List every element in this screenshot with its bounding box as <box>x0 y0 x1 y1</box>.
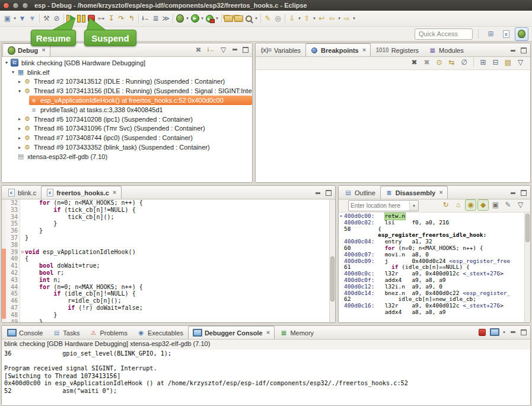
view-menu-button[interactable]: ▽ <box>515 58 525 68</box>
tab-blink-c[interactable]: blink.c <box>2 186 41 199</box>
minimize-button[interactable] <box>509 46 517 55</box>
tree-expander-icon[interactable]: ▾ <box>17 88 23 94</box>
close-tab-icon[interactable]: ✕ <box>362 47 367 53</box>
tree-expander-icon[interactable]: ▸ <box>17 126 23 131</box>
close-tab-icon[interactable]: ✕ <box>113 190 117 195</box>
back-button[interactable]: ⇦ <box>327 14 337 24</box>
open-resource-button[interactable] <box>234 14 244 24</box>
minimize-button[interactable] <box>314 189 322 197</box>
tree-expander-icon[interactable]: ▾ <box>4 60 9 65</box>
tab-tasks[interactable]: ▤Tasks <box>47 326 84 339</box>
step-return-button[interactable]: ↰ <box>126 14 136 24</box>
suspend-button[interactable] <box>76 14 86 24</box>
disassembly-area[interactable]: ▸400d0c00: retw.n 400d0c02: lsi f0, a0, … <box>339 212 530 322</box>
window-close-button[interactable] <box>3 2 9 9</box>
debug-tree-item[interactable]: ▾⚙Thread #3 1073413156 (IDLE : Running) … <box>2 86 252 96</box>
new-wizard-button[interactable]: ▣ <box>2 14 12 24</box>
refresh-view-button[interactable]: ↻ <box>441 200 451 210</box>
tab-problems[interactable]: ⚠Problems <box>84 326 132 339</box>
tab-console[interactable]: Console <box>2 326 47 339</box>
next-annotation-menu[interactable]: ▾ <box>297 14 302 24</box>
console-list-menu[interactable]: ▾ <box>502 327 506 337</box>
tree-expander-icon[interactable]: ▾ <box>10 69 16 75</box>
minimize-button[interactable] <box>509 328 517 337</box>
sync-with-active-context-button[interactable]: ◉ <box>466 200 476 210</box>
tab-freertos-hooks-c[interactable]: freertos_hooks.c✕ <box>41 186 121 199</box>
search-button[interactable] <box>244 14 254 24</box>
remove-all-terminated-button[interactable]: ✖ <box>193 45 203 55</box>
debug-tree-item[interactable]: ▾▦blink.elf <box>2 68 252 77</box>
next-annotation-button[interactable]: ⇩ <box>287 14 297 24</box>
debug-tree-item[interactable]: ▸⚙Thread #6 1073431096 (Tmr Svc) (Suspen… <box>2 124 252 134</box>
show-source-button[interactable]: ◆ <box>478 200 488 210</box>
debug-tree-item[interactable]: ≡prvIdleTask() at tasks.c:3,338 0x400845… <box>2 105 252 115</box>
view-menu-button[interactable]: ▽ <box>515 200 525 210</box>
save-button[interactable]: ▼ <box>17 14 27 24</box>
close-tab-icon[interactable]: ✕ <box>42 47 46 53</box>
previous-annotation-menu[interactable]: ▾ <box>312 14 317 24</box>
build-button[interactable]: ⚒ <box>42 14 52 24</box>
sash-horizontal-mid[interactable] <box>1 183 531 185</box>
debug-tree-item[interactable]: ▸⚙Thread #2 1073413512 (IDLE : Running) … <box>2 77 252 87</box>
external-tools-menu[interactable]: ▾ <box>215 14 219 24</box>
tree-expander-icon[interactable]: ▸ <box>17 145 23 150</box>
tab-outline[interactable]: ▤Outline <box>339 186 380 199</box>
sash-horizontal-bottom[interactable] <box>1 323 531 325</box>
step-into-button[interactable]: ↧ <box>106 14 116 24</box>
location-input[interactable] <box>349 202 409 209</box>
debug-tree-item[interactable]: ▸⚙Thread #9 1073433352 (blink_task) (Sus… <box>2 142 252 152</box>
maximize-button[interactable] <box>520 46 528 55</box>
expand-all-button[interactable]: ⊞ <box>478 58 488 68</box>
maximize-button[interactable] <box>520 189 528 197</box>
console-output-area[interactable]: 36 gpio_set_level(BLINK_GPIO, 1); Progra… <box>2 350 530 405</box>
tab-memory[interactable]: ▦Memory <box>275 326 318 339</box>
terminate-console-button[interactable] <box>477 327 487 337</box>
editor-scrollbar[interactable] <box>329 199 335 322</box>
tree-expander-icon[interactable]: ▸ <box>17 135 23 141</box>
mark-occurrences-button[interactable]: ✎ <box>263 14 273 24</box>
run-menu[interactable]: ▾ <box>200 14 205 24</box>
open-element-button[interactable] <box>224 14 234 24</box>
debug-tree-item[interactable]: ▸⚙Thread #7 1073408744 (ipc0) (Suspended… <box>2 133 252 142</box>
tab-debugger-console[interactable]: Debugger Console✕ <box>188 326 275 339</box>
deactivate-breakpoints-button[interactable]: ∅ <box>459 58 469 68</box>
link-with-debug-view-button[interactable]: ⇆ <box>447 58 457 68</box>
minimize-button[interactable] <box>509 189 517 197</box>
tab-registers[interactable]: 1010Registers <box>371 43 423 56</box>
previous-annotation-button[interactable]: ⇧ <box>302 14 312 24</box>
code-editor-area[interactable]: 32 for (n=0; n<MAX_HOOKS; n++) {33 if (t… <box>2 199 335 322</box>
pin-view-button[interactable]: ✎ <box>503 200 513 210</box>
tab-disassembly[interactable]: ≣Disassembly✕ <box>380 186 448 199</box>
debug-tree-item[interactable]: ▸⚙Thread #5 1073410208 (ipc1) (Suspended… <box>2 115 252 124</box>
forward-button[interactable]: ⇨ <box>342 14 352 24</box>
close-tab-icon[interactable]: ✕ <box>439 190 443 195</box>
tree-expander-icon[interactable]: ▸ <box>17 116 23 122</box>
step-over-button[interactable]: ↷ <box>116 14 126 24</box>
home-button[interactable]: ⌂ <box>453 200 463 210</box>
breakpoints-list-area[interactable] <box>256 70 530 182</box>
external-tools-button[interactable] <box>205 14 215 24</box>
show-breakpoints-for-button[interactable]: ⊙ <box>434 58 444 68</box>
disconnect-button[interactable]: ⊶ <box>96 14 106 24</box>
remove-all-breakpoints-button[interactable]: ✖ <box>422 58 432 68</box>
show-debug-columns-button[interactable]: ≣ <box>151 14 161 24</box>
new-wizard-menu[interactable]: ▾ <box>12 14 17 24</box>
maximize-button[interactable] <box>324 189 333 197</box>
open-new-view-button[interactable]: ▣ <box>490 200 501 210</box>
tab-modules[interactable]: ▦Modules <box>423 43 469 56</box>
tree-expander-icon[interactable]: ▸ <box>17 79 23 84</box>
run-button[interactable] <box>190 14 200 24</box>
debug-tree-item[interactable]: ≡esp_vApplicationIdleHook() at freertos_… <box>2 96 252 105</box>
window-maximize-button[interactable] <box>22 2 28 9</box>
instruction-stepping-toggle[interactable]: i→ <box>206 45 216 55</box>
remove-breakpoint-button[interactable]: ✖ <box>409 58 419 68</box>
minimize-button[interactable] <box>231 46 239 54</box>
tab-breakpoints[interactable]: Breakpoints✕ <box>305 43 371 56</box>
pin-editor-button[interactable]: ◎ <box>273 14 283 24</box>
terminate-button[interactable] <box>86 14 96 24</box>
debug-menu[interactable]: ▾ <box>185 14 190 24</box>
cpp-perspective-icon[interactable] <box>499 27 513 41</box>
quick-access-input[interactable]: Quick Access <box>415 28 473 40</box>
instruction-stepping-button[interactable]: i→ <box>141 14 151 24</box>
forward-menu[interactable]: ▾ <box>352 14 356 24</box>
